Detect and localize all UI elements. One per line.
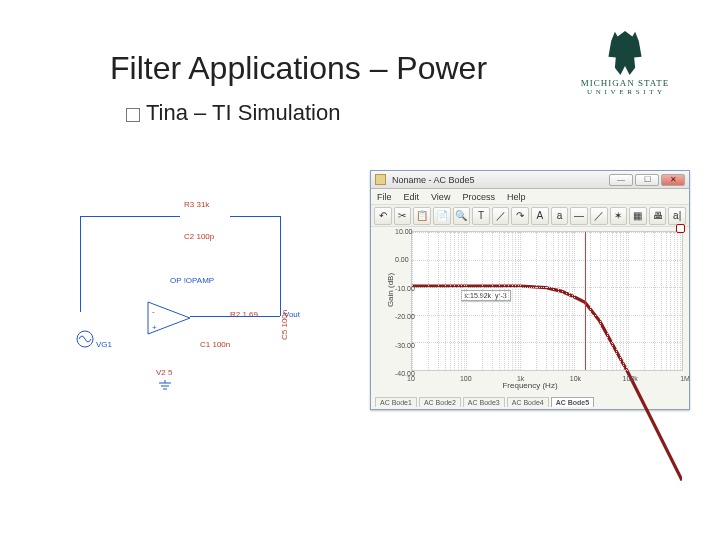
tab-bode1[interactable]: AC Bode1: [375, 397, 417, 407]
gridline-v: [466, 232, 467, 370]
menu-view[interactable]: View: [431, 192, 450, 202]
logo-text-2: U N I V E R S I T Y: [560, 88, 690, 96]
bode-curve: [412, 232, 682, 502]
gridline-v: [454, 232, 455, 370]
svg-text:+: +: [152, 323, 157, 332]
menu-process[interactable]: Process: [462, 192, 495, 202]
source-icon: [76, 330, 94, 348]
spartan-helmet-icon: [602, 30, 648, 76]
menu-help[interactable]: Help: [507, 192, 526, 202]
circuit-schematic: R3 31k C2 100p OP !OPAMP R2 1.69 Vout C1…: [70, 200, 350, 400]
y-tick: -10.00: [395, 284, 415, 291]
gridline-v: [512, 232, 513, 370]
ground-icon: [158, 380, 172, 390]
x-tick: 100: [460, 375, 472, 382]
tooltip-x-val: 15.92k: [470, 292, 491, 299]
gridline-v: [553, 232, 554, 370]
gridline-v: [644, 232, 645, 370]
label-c1: C1 100n: [200, 340, 230, 349]
gridline-v: [450, 232, 451, 370]
tool-line-icon[interactable]: ／: [492, 207, 510, 225]
tab-bode3[interactable]: AC Bode3: [463, 397, 505, 407]
gridline-v: [536, 232, 537, 370]
tool-text-icon[interactable]: T: [472, 207, 490, 225]
plot-tabs: AC Bode1 AC Bode2 AC Bode3 AC Bode4 AC B…: [375, 397, 685, 407]
tool-print-icon[interactable]: 🖶: [649, 207, 667, 225]
tool-dline-icon[interactable]: ／: [590, 207, 608, 225]
tool-zoom-icon[interactable]: 🔍: [453, 207, 471, 225]
gridline-v: [558, 232, 559, 370]
tool-paste-icon[interactable]: 📄: [433, 207, 451, 225]
x-tick: 10k: [570, 375, 581, 382]
tab-bode4[interactable]: AC Bode4: [507, 397, 549, 407]
minimize-button[interactable]: —: [609, 174, 633, 186]
gridline-v: [620, 232, 621, 370]
tool-redo-icon[interactable]: ↷: [511, 207, 529, 225]
x-tick: 100k: [623, 375, 638, 382]
gridline-v: [499, 232, 500, 370]
slide-title: Filter Applications – Power: [110, 50, 487, 87]
gridline-v: [569, 232, 570, 370]
y-tick: -30.00: [395, 341, 415, 348]
cursor-handle-icon[interactable]: [676, 224, 685, 233]
tool-undo-icon[interactable]: ↶: [374, 207, 392, 225]
window-title: Noname - AC Bode5: [392, 175, 475, 185]
gridline-v: [412, 232, 413, 370]
gridline-h: [412, 342, 682, 343]
gridline-v: [515, 232, 516, 370]
logo-text-1: MICHIGAN STATE: [560, 78, 690, 88]
gridline-v: [492, 232, 493, 370]
tool-cursor-a-icon[interactable]: A: [531, 207, 549, 225]
menu-file[interactable]: File: [377, 192, 392, 202]
label-v2: V2 5: [156, 368, 172, 377]
tab-bode5[interactable]: AC Bode5: [551, 397, 594, 407]
msu-logo: MICHIGAN STATE U N I V E R S I T Y: [560, 30, 690, 96]
bode-window: Noname - AC Bode5 — ☐ ✕ File Edit View P…: [370, 170, 690, 410]
gridline-h: [412, 287, 682, 288]
gridline-v: [508, 232, 509, 370]
tool-grid-icon[interactable]: ▦: [629, 207, 647, 225]
gridline-v: [562, 232, 563, 370]
gridline-v: [670, 232, 671, 370]
gridline-v: [600, 232, 601, 370]
tool-marker-icon[interactable]: ✶: [610, 207, 628, 225]
gridline-v: [674, 232, 675, 370]
gridline-v: [518, 232, 519, 370]
label-opamp: OP !OPAMP: [170, 276, 214, 285]
gridline-v: [428, 232, 429, 370]
gridline-v: [520, 232, 521, 370]
bode-titlebar[interactable]: Noname - AC Bode5 — ☐ ✕: [371, 171, 689, 189]
gridline-v: [445, 232, 446, 370]
tool-cursor-b-icon[interactable]: a: [551, 207, 569, 225]
tab-bode2[interactable]: AC Bode2: [419, 397, 461, 407]
x-tick: 10: [407, 375, 415, 382]
y-tick: 0.00: [395, 256, 409, 263]
tool-hline-icon[interactable]: —: [570, 207, 588, 225]
gridline-v: [607, 232, 608, 370]
menu-edit[interactable]: Edit: [404, 192, 420, 202]
gridline-v: [677, 232, 678, 370]
y-axis-label: Gain (dB): [386, 273, 395, 307]
bullet-square-icon: [126, 108, 140, 122]
tool-cut-icon[interactable]: ✂: [394, 207, 412, 225]
x-tick: 1M: [680, 375, 690, 382]
tool-copy-icon[interactable]: 📋: [413, 207, 431, 225]
gridline-v: [458, 232, 459, 370]
label-vg1: VG1: [96, 340, 112, 349]
gridline-v: [626, 232, 627, 370]
gridline-v: [590, 232, 591, 370]
label-r3: R3 31k: [184, 200, 209, 209]
gridline-v: [566, 232, 567, 370]
x-tick: 1k: [517, 375, 524, 382]
plot-area[interactable]: x:15.92k y:-3: [411, 231, 683, 371]
gridline-h: [412, 232, 682, 233]
cursor-line[interactable]: [585, 232, 586, 370]
gridline-v: [654, 232, 655, 370]
toolbar: ↶ ✂ 📋 📄 🔍 T ／ ↷ A a — ／ ✶ ▦ 🖶 a|: [371, 205, 689, 227]
gridline-v: [666, 232, 667, 370]
tool-legend-icon[interactable]: a|: [668, 207, 686, 225]
gridline-v: [628, 232, 629, 370]
maximize-button[interactable]: ☐: [635, 174, 659, 186]
gridline-v: [680, 232, 681, 370]
close-button[interactable]: ✕: [661, 174, 685, 186]
